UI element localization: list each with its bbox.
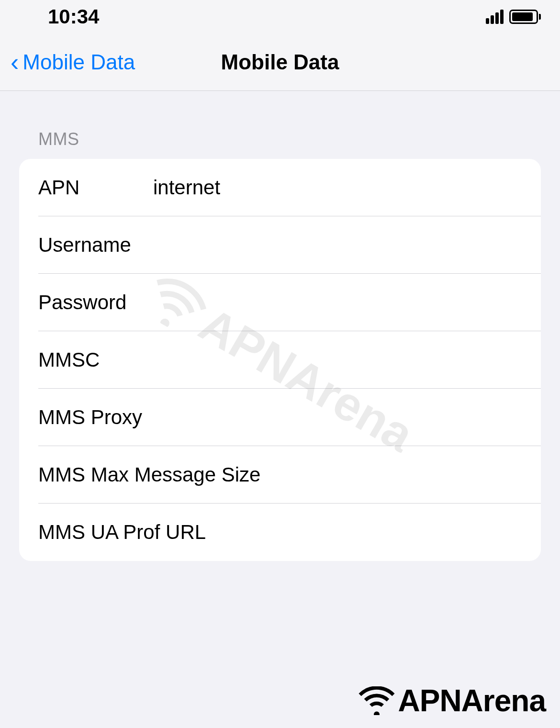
username-input[interactable] [153, 234, 522, 257]
settings-row-password[interactable]: Password [19, 274, 541, 331]
wifi-icon [358, 686, 396, 715]
field-label: MMSC [38, 348, 153, 371]
settings-row-mms-max-size[interactable]: MMS Max Message Size [19, 446, 541, 504]
footer-brand-text: APNArena [398, 683, 546, 718]
mms-max-size-input[interactable] [260, 463, 522, 486]
field-label: APN [38, 176, 153, 199]
cellular-signal-icon [486, 10, 504, 24]
chevron-left-icon: ‹ [11, 50, 19, 75]
page-title: Mobile Data [221, 50, 339, 74]
field-label: MMS Proxy [38, 406, 153, 429]
content: MMS APN Username Password MMSC MMS Proxy [0, 91, 560, 561]
field-label: Username [38, 234, 153, 257]
field-label: MMS UA Prof URL [38, 521, 206, 544]
back-label: Mobile Data [22, 50, 135, 74]
battery-icon [509, 10, 541, 24]
settings-row-mms-ua-prof[interactable]: MMS UA Prof URL [19, 504, 541, 561]
password-input[interactable] [153, 291, 522, 314]
mms-ua-prof-input[interactable] [206, 521, 522, 544]
section-header-mms: MMS [19, 91, 541, 159]
settings-row-mms-proxy[interactable]: MMS Proxy [19, 389, 541, 446]
status-bar: 10:34 [0, 0, 560, 34]
settings-row-mmsc[interactable]: MMSC [19, 331, 541, 389]
settings-group-mms: APN Username Password MMSC MMS Proxy MMS… [19, 159, 541, 561]
mmsc-input[interactable] [153, 348, 522, 371]
apn-input[interactable] [153, 176, 522, 199]
settings-row-apn[interactable]: APN [19, 159, 541, 216]
footer-logo: APNArena [358, 683, 546, 718]
status-time: 10:34 [48, 5, 99, 28]
status-indicators [486, 10, 541, 24]
mms-proxy-input[interactable] [153, 406, 522, 429]
field-label: Password [38, 291, 153, 314]
settings-row-username[interactable]: Username [19, 216, 541, 274]
nav-header: ‹ Mobile Data Mobile Data [0, 34, 560, 91]
back-button[interactable]: ‹ Mobile Data [0, 50, 135, 75]
field-label: MMS Max Message Size [38, 463, 260, 486]
